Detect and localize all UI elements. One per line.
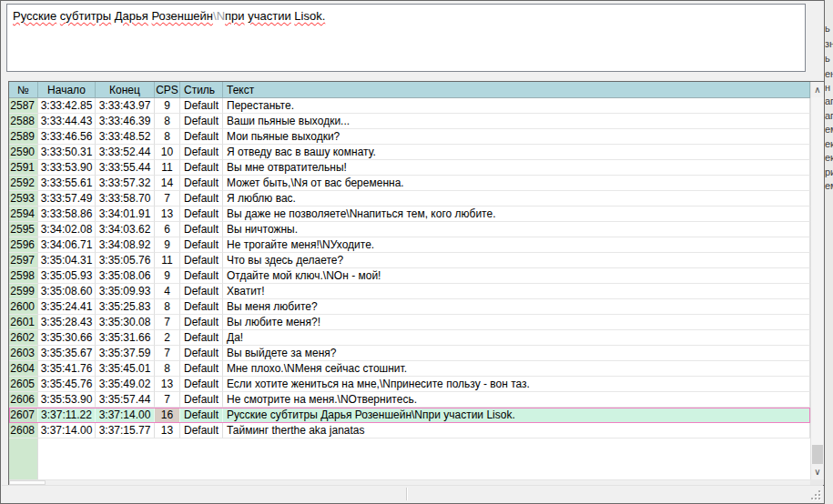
start-time-cell[interactable]: 3:35:04.31 — [38, 253, 96, 268]
end-time-cell[interactable]: 3:33:55.44 — [96, 160, 155, 176]
start-time-cell[interactable]: 3:37:14.00 — [38, 423, 96, 438]
column-header-number[interactable]: № — [9, 82, 38, 97]
cps-cell[interactable]: 9 — [155, 268, 180, 284]
start-time-cell[interactable]: 3:35:53.90 — [38, 392, 96, 408]
end-time-cell[interactable]: 3:35:57.44 — [96, 392, 155, 408]
row-number-cell[interactable]: 2597 — [9, 253, 38, 268]
resize-grip-icon[interactable] — [810, 489, 820, 499]
style-cell[interactable]: Default — [180, 377, 223, 392]
start-time-cell[interactable]: 3:33:57.49 — [38, 191, 96, 207]
table-row[interactable]: 25923:33:55.613:33:57.3214DefaultМожет б… — [9, 176, 810, 191]
cps-cell[interactable]: 13 — [155, 207, 180, 222]
table-row[interactable]: 25873:33:42.853:33:43.979DefaultПерестан… — [9, 98, 810, 114]
row-number-cell[interactable]: 2588 — [9, 114, 38, 129]
style-cell[interactable]: Default — [180, 315, 223, 330]
text-cell[interactable]: Вы меня любите? — [223, 299, 810, 315]
row-number-cell[interactable]: 2606 — [9, 392, 38, 408]
style-cell[interactable]: Default — [180, 361, 223, 377]
end-time-cell[interactable]: 3:33:46.39 — [96, 114, 155, 129]
end-time-cell[interactable]: 3:33:58.70 — [96, 191, 155, 207]
start-time-cell[interactable]: 3:35:41.76 — [38, 361, 96, 377]
row-number-cell[interactable]: 2590 — [9, 145, 38, 160]
cps-cell[interactable]: 6 — [155, 222, 180, 237]
row-number-cell[interactable]: 2601 — [9, 315, 38, 330]
end-time-cell[interactable]: 3:35:31.66 — [96, 330, 155, 346]
text-cell[interactable]: Да! — [223, 330, 810, 346]
cps-cell[interactable]: 16 — [155, 408, 180, 423]
table-row[interactable]: 25913:33:53.903:33:55.4411DefaultВы мне … — [9, 160, 810, 176]
row-number-cell[interactable]: 2607 — [9, 408, 38, 423]
start-time-cell[interactable]: 3:37:11.22 — [38, 408, 96, 423]
row-number-cell[interactable]: 2598 — [9, 268, 38, 284]
end-time-cell[interactable]: 3:37:15.77 — [96, 423, 155, 438]
end-time-cell[interactable]: 3:34:01.91 — [96, 207, 155, 222]
cps-cell[interactable]: 9 — [155, 237, 180, 253]
start-time-cell[interactable]: 3:35:28.43 — [38, 315, 96, 330]
text-cell[interactable]: Хватит! — [223, 284, 810, 299]
style-cell[interactable]: Default — [180, 98, 223, 114]
table-row[interactable]: 25983:35:05.933:35:08.069DefaultОтдайте … — [9, 268, 810, 284]
cps-cell[interactable]: 14 — [155, 176, 180, 191]
row-number-cell[interactable]: 2591 — [9, 160, 38, 176]
start-time-cell[interactable]: 3:33:50.31 — [38, 145, 96, 160]
subtitle-text-input[interactable]: Русские субтитры Дарья Розеншейн\Nпри уч… — [6, 4, 806, 72]
style-cell[interactable]: Default — [180, 191, 223, 207]
style-cell[interactable]: Default — [180, 222, 223, 237]
end-time-cell[interactable]: 3:34:03.62 — [96, 222, 155, 237]
row-number-cell[interactable]: 2600 — [9, 299, 38, 315]
table-row[interactable]: 26043:35:41.763:35:45.018DefaultМне плох… — [9, 361, 810, 377]
column-header-end[interactable]: Конец — [96, 82, 155, 97]
cps-cell[interactable]: 7 — [155, 191, 180, 207]
row-number-cell[interactable]: 2587 — [9, 98, 38, 114]
text-cell[interactable]: Может быть,\Nя от вас беременна. — [223, 176, 810, 191]
style-cell[interactable]: Default — [180, 423, 223, 438]
start-time-cell[interactable]: 3:35:05.93 — [38, 268, 96, 284]
text-cell[interactable]: Отдайте мой ключ.\NОн - мой! — [223, 268, 810, 284]
cps-cell[interactable]: 8 — [155, 299, 180, 315]
row-number-cell[interactable]: 2592 — [9, 176, 38, 191]
cps-cell[interactable]: 7 — [155, 392, 180, 408]
start-time-cell[interactable]: 3:35:08.60 — [38, 284, 96, 299]
text-cell[interactable]: Не смотрите на меня.\NОтвернитесь. — [223, 392, 810, 408]
table-row[interactable]: 26083:37:14.003:37:15.7713DefaultТайминг… — [9, 423, 810, 438]
end-time-cell[interactable]: 3:35:45.01 — [96, 361, 155, 377]
column-header-text[interactable]: Текст — [223, 82, 810, 97]
start-time-cell[interactable]: 3:35:24.41 — [38, 299, 96, 315]
cps-cell[interactable]: 2 — [155, 330, 180, 346]
cps-cell[interactable]: 8 — [155, 361, 180, 377]
text-cell[interactable]: Вы даже не позволяете\Nнапиться тем, ког… — [223, 207, 810, 222]
row-number-cell[interactable]: 2596 — [9, 237, 38, 253]
style-cell[interactable]: Default — [180, 207, 223, 222]
start-time-cell[interactable]: 3:34:06.71 — [38, 237, 96, 253]
start-time-cell[interactable]: 3:35:35.67 — [38, 346, 96, 361]
vertical-scrollbar[interactable]: ∧ ∨ — [810, 82, 824, 479]
scroll-up-arrow-icon[interactable]: ∧ — [811, 82, 824, 97]
table-row[interactable]: 26003:35:24.413:35:25.838DefaultВы меня … — [9, 299, 810, 315]
start-time-cell[interactable]: 3:33:42.85 — [38, 98, 96, 114]
table-row[interactable]: 26013:35:28.433:35:30.087DefaultВы любит… — [9, 315, 810, 330]
text-cell[interactable]: Вы ничтожны. — [223, 222, 810, 237]
cps-cell[interactable]: 4 — [155, 284, 180, 299]
end-time-cell[interactable]: 3:35:25.83 — [96, 299, 155, 315]
end-time-cell[interactable]: 3:35:09.93 — [96, 284, 155, 299]
style-cell[interactable]: Default — [180, 330, 223, 346]
style-cell[interactable]: Default — [180, 268, 223, 284]
cps-cell[interactable]: 8 — [155, 114, 180, 129]
row-number-cell[interactable]: 2604 — [9, 361, 38, 377]
row-number-cell[interactable]: 2599 — [9, 284, 38, 299]
cps-cell[interactable]: 9 — [155, 98, 180, 114]
text-cell[interactable]: Вы выйдете за меня? — [223, 346, 810, 361]
start-time-cell[interactable]: 3:33:58.86 — [38, 207, 96, 222]
row-number-cell[interactable]: 2593 — [9, 191, 38, 207]
text-cell[interactable]: Если хотите жениться на мне,\Nпринесите … — [223, 377, 810, 392]
start-time-cell[interactable]: 3:35:45.76 — [38, 377, 96, 392]
text-cell[interactable]: Я отведу вас в вашу комнату. — [223, 145, 810, 160]
text-cell[interactable]: Перестаньте. — [223, 98, 810, 114]
row-number-cell[interactable]: 2603 — [9, 346, 38, 361]
start-time-cell[interactable]: 3:34:02.08 — [38, 222, 96, 237]
cps-cell[interactable]: 13 — [155, 377, 180, 392]
style-cell[interactable]: Default — [180, 392, 223, 408]
end-time-cell[interactable]: 3:35:05.76 — [96, 253, 155, 268]
end-time-cell[interactable]: 3:35:49.02 — [96, 377, 155, 392]
row-number-cell[interactable]: 2602 — [9, 330, 38, 346]
